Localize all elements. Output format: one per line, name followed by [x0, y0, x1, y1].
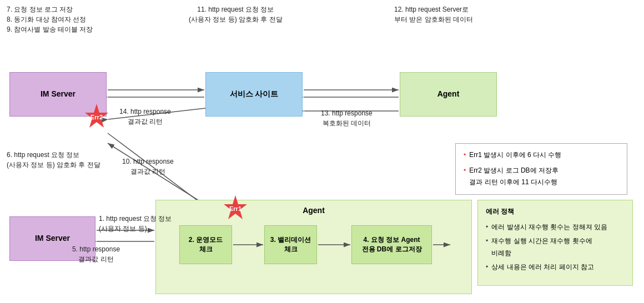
- err1-label: Err1: [229, 205, 242, 212]
- info-box: • Err1 발생시 이후에 6 다시 수행 • Err2 발생시 로그 DB에…: [455, 143, 627, 195]
- err2-label: Err2: [90, 114, 103, 120]
- policy-title: 에러 정책: [486, 206, 625, 218]
- label-step-5: 5. http response 결과값 리턴: [72, 244, 120, 264]
- err2-badge: Err2: [82, 103, 111, 132]
- bullet-err1: •: [464, 149, 466, 161]
- label-step-6: 6. http request 요청 정보 (사용자 정보 등) 암호화 후 전…: [7, 150, 100, 170]
- agent-top-label: Agent: [437, 89, 460, 100]
- label-step-11: 11. http request 요청 정보 (사용자 정보 등) 암호화 후 …: [189, 4, 283, 24]
- policy-text-1: 에러 발생시 재수행 횟수는 정해져 있음: [491, 221, 607, 234]
- label-steps-789: 7. 요청 정보 로그 저장 8. 동기화 대상 참여자 선정 9. 참여사별 …: [7, 4, 93, 34]
- policy-text-2: 재수행 실행 시간은 재수행 횟수에 비례함: [491, 235, 592, 259]
- info-text-2: Err2 발생시 로그 DB에 저장후 결과 리턴 이후에 11 다시수행: [469, 165, 559, 189]
- diagram: 7. 요청 정보 로그 저장 8. 동기화 대상 참여자 선정 9. 참여사별 …: [0, 0, 644, 303]
- policy-line-3: • 상세 내용은 에러 처리 페이지 참고: [486, 261, 625, 274]
- err1-badge: Err1: [221, 194, 250, 223]
- policy-bullet-2: •: [486, 235, 488, 248]
- policy-bullet-1: •: [486, 221, 488, 234]
- policy-box: 에러 정책 • 에러 발생시 재수행 횟수는 정해져 있음 • 재수행 실행 시…: [477, 200, 633, 286]
- label-step-14: 14. http response 결과값 리턴: [119, 107, 171, 127]
- label-step-12: 12. http request Server로 부터 받은 암호화된 데이터: [394, 4, 473, 24]
- label-step-1: 1. http request 요청 정보 (사용자 정보 등): [99, 214, 172, 234]
- im-server-top-label: IM Server: [41, 89, 76, 100]
- im-server-bottom-label: IM Server: [35, 233, 70, 244]
- policy-line-1: • 에러 발생시 재수행 횟수는 정해져 있음: [486, 221, 625, 234]
- service-site-label: 서비스 사이트: [230, 89, 279, 100]
- info-line-2: • Err2 발생시 로그 DB에 저장후 결과 리턴 이후에 11 다시수행: [464, 165, 619, 189]
- agent-area: Agent 2. 운영모드 체크 3. 밸리데이션 체크 4. 요청 정보 Ag…: [155, 200, 472, 294]
- service-site-box: 서비스 사이트: [205, 72, 303, 117]
- inner-arrows: [156, 200, 472, 295]
- policy-text-3: 상세 내용은 에러 처리 페이지 참고: [491, 261, 594, 274]
- bullet-err2: •: [464, 165, 466, 177]
- info-line-1: • Err1 발생시 이후에 6 다시 수행: [464, 149, 619, 161]
- label-step-13: 13. http response 복호화된 데이터: [321, 108, 373, 128]
- policy-bullet-3: •: [486, 261, 488, 274]
- policy-line-2: • 재수행 실행 시간은 재수행 횟수에 비례함: [486, 235, 625, 259]
- info-text-1: Err1 발생시 이후에 6 다시 수행: [469, 149, 561, 161]
- label-step-10: 10. http response 결과값 리턴: [122, 156, 174, 176]
- agent-top-box: Agent: [400, 72, 497, 117]
